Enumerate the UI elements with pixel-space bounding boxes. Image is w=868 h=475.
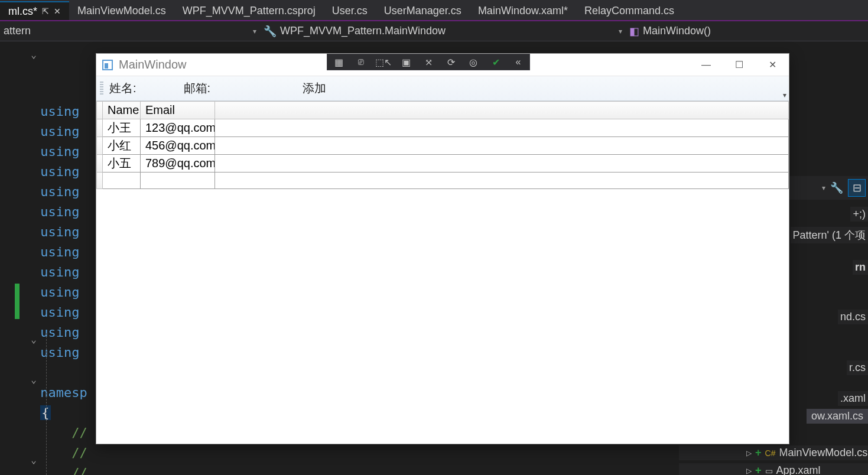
xaml-icon: ▭ (765, 466, 773, 476)
column-header-email[interactable]: Email (141, 102, 215, 119)
chevron-down-icon: ▾ (253, 27, 256, 35)
tab-label: User.cs (332, 5, 368, 17)
row-header-corner[interactable] (97, 102, 103, 119)
hot-reload-icon[interactable]: ⎚ (353, 56, 369, 69)
frag-owxaml[interactable]: ow.xaml.cs (807, 409, 868, 424)
cell-email[interactable]: 456@qq.com (141, 137, 215, 155)
tab-mainviewmodel[interactable]: MainViewModel.cs (69, 1, 174, 20)
collapse-icon[interactable]: « (511, 56, 526, 69)
wrench-icon: 🔧 (264, 25, 277, 38)
maximize-button[interactable]: ☐ (723, 54, 756, 76)
table-row[interactable]: 小红456@qq.com (97, 137, 789, 155)
name-input[interactable] (142, 82, 178, 96)
gutter: ⌄ ⌄ ⌄ ⌄ (0, 41, 32, 475)
tree-label: App.xaml (776, 464, 821, 475)
pin-icon[interactable]: ⇱ (42, 6, 49, 16)
accessibility-icon[interactable]: ◎ (466, 56, 481, 69)
dropdown-icon[interactable]: ▾ (822, 184, 825, 192)
xaml-debug-toolbar: ▦ ⎚ ⬚↖ ▣ ⤧ ⟳ ◎ ✔ « (327, 54, 530, 70)
minimize-button[interactable]: — (690, 54, 723, 76)
close-icon[interactable]: ✕ (54, 6, 61, 16)
tab-label: ml.cs* (8, 5, 37, 18)
tab-csproj[interactable]: WPF_MVVM_Pattern.csproj (174, 1, 324, 20)
close-button[interactable]: ✕ (756, 54, 789, 76)
track-focus-icon[interactable]: ⤧ (421, 56, 436, 69)
breadcrumb-label: WPF_MVVM_Pattern.MainWindow (280, 25, 446, 37)
row-header[interactable] (97, 155, 103, 173)
tab-label: RelayCommand.cs (584, 5, 674, 17)
mail-input[interactable] (216, 82, 293, 96)
tab-label: WPF_MVVM_Pattern.csproj (183, 5, 316, 17)
tab-user-cs[interactable]: User.cs (324, 1, 376, 20)
select-element-icon[interactable]: ⬚↖ (376, 56, 391, 69)
tab-mainwindow-xaml[interactable]: MainWindow.xaml* (470, 1, 576, 20)
running-app-window: MainWindow ▦ ⎚ ⬚↖ ▣ ⤧ ⟳ ◎ ✔ « — ☐ ✕ 姓名: … (96, 53, 789, 444)
properties-icon[interactable]: ⊟ (848, 179, 866, 197)
csharp-icon: C# (765, 448, 776, 458)
layout-adorners-icon[interactable]: ▣ (398, 56, 414, 69)
row-header[interactable] (97, 137, 103, 155)
column-header-name[interactable]: Name (103, 102, 141, 119)
solution-suffix: Pattern' (1 个项 (791, 227, 868, 243)
cell-email[interactable]: 789@qq.com (141, 155, 215, 173)
cell-name[interactable]: 小王 (103, 119, 141, 137)
tree-item-mvm[interactable]: ▷ + C# MainViewModel.cs (679, 445, 868, 460)
grid-whitespace (96, 189, 789, 444)
frag-text: +;) (850, 207, 868, 222)
gripper-icon[interactable] (100, 82, 103, 96)
tab-relaycommand[interactable]: RelayCommand.cs (576, 1, 682, 20)
tree-label: MainViewModel.cs (779, 447, 867, 459)
window-title: MainWindow (119, 58, 186, 71)
app-icon (102, 60, 113, 70)
breadcrumb-member[interactable]: ◧ MainWindow() (626, 25, 868, 38)
frag-rn: rn (853, 260, 868, 275)
document-tab-strip: ml.cs* ⇱ ✕ MainViewModel.cs WPF_MVVM_Pat… (0, 0, 868, 21)
cell-email[interactable]: 123@qq.com (141, 119, 215, 137)
expand-icon[interactable]: ▷ (746, 467, 752, 475)
tree-item-app[interactable]: ▷ + ▭ App.xaml (679, 463, 868, 475)
breadcrumb-namespace[interactable]: attern ▾ (0, 25, 260, 37)
mail-label: 邮箱: (184, 80, 211, 96)
tab-usermanager[interactable]: UserManager.cs (376, 1, 470, 20)
fold-icon[interactable]: ⌄ (28, 450, 39, 470)
cube-icon: ◧ (629, 25, 639, 38)
cell-spacer (215, 155, 789, 173)
data-grid[interactable]: Name Email 小王123@qq.com小红456@qq.com小五789… (96, 101, 789, 189)
column-header-spacer (215, 102, 789, 119)
fold-icon[interactable]: ⌄ (28, 45, 39, 65)
fold-icon[interactable]: ⌄ (28, 370, 39, 390)
frag-nd: nd.cs (838, 310, 868, 324)
wrench-icon[interactable]: 🔧 (828, 179, 846, 197)
binding-icon[interactable]: ⟳ (443, 56, 459, 69)
table-row[interactable]: 小王123@qq.com (97, 119, 789, 137)
new-row-placeholder[interactable] (97, 173, 789, 189)
indent-guide (46, 333, 47, 475)
cell-spacer (215, 137, 789, 155)
frag-r: r.cs (847, 360, 868, 375)
tab-label: MainViewModel.cs (77, 5, 166, 17)
tab-label: UserManager.cs (384, 5, 461, 17)
input-toolbar: 姓名: 邮箱: 添加 ▾ (96, 76, 789, 101)
solution-toolbar: ▾ 🔧 ⊟ (785, 176, 868, 200)
fold-icon[interactable]: ⌄ (28, 330, 39, 350)
titlebar[interactable]: MainWindow ▦ ⎚ ⬚↖ ▣ ⤧ ⟳ ◎ ✔ « — ☐ ✕ (96, 54, 789, 76)
check-icon[interactable]: ✔ (488, 56, 503, 69)
cell-name[interactable]: 小五 (103, 155, 141, 173)
cell-spacer (215, 119, 789, 137)
overflow-icon[interactable]: ▾ (783, 91, 786, 99)
window-system-buttons: — ☐ ✕ (690, 54, 789, 76)
breadcrumb: attern ▾ 🔧 WPF_MVVM_Pattern.MainWindow ▾… (0, 21, 868, 41)
row-header[interactable] (97, 119, 103, 137)
chevron-down-icon: ▾ (619, 27, 622, 35)
add-button[interactable]: 添加 (299, 79, 330, 97)
tab-label: MainWindow.xaml* (478, 5, 568, 17)
table-row[interactable]: 小五789@qq.com (97, 155, 789, 173)
breadcrumb-label: attern (4, 25, 31, 37)
cell-name[interactable]: 小红 (103, 137, 141, 155)
tab-ml-cs[interactable]: ml.cs* ⇱ ✕ (0, 1, 69, 20)
expand-icon[interactable]: ▷ (746, 449, 752, 457)
plus-icon: + (755, 447, 762, 459)
live-tree-icon[interactable]: ▦ (331, 56, 346, 69)
breadcrumb-class[interactable]: 🔧 WPF_MVVM_Pattern.MainWindow ▾ (260, 25, 626, 38)
plus-icon: + (755, 464, 762, 475)
